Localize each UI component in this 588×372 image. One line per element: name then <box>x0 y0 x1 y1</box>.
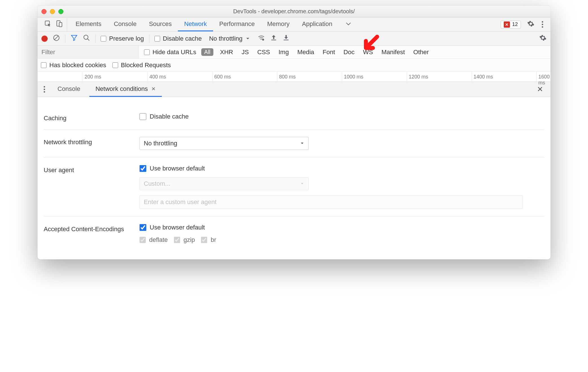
ua-use-browser-default-checkbox[interactable]: Use browser default <box>140 165 205 172</box>
row-user-agent: User agent Use browser default Custom... <box>44 157 544 216</box>
svg-rect-9 <box>284 40 289 40</box>
zoom-window-button[interactable] <box>58 9 63 14</box>
label-caching: Caching <box>44 113 140 122</box>
throttling-select[interactable]: No throttling <box>207 35 253 42</box>
filter-manifest[interactable]: Manifest <box>380 49 406 56</box>
svg-point-7 <box>262 39 264 41</box>
device-toggle-icon[interactable] <box>56 20 63 29</box>
tab-application[interactable]: Application <box>296 17 339 31</box>
tabs-overflow-icon[interactable] <box>339 17 358 31</box>
timeline-tick: 1400 ms <box>472 72 493 82</box>
error-count: 12 <box>512 21 518 27</box>
label-encodings: Accepted Content-Encodings <box>44 224 140 233</box>
error-count-badge[interactable]: ✕ 12 <box>501 21 521 29</box>
network-settings-icon[interactable] <box>539 34 547 43</box>
settings-icon[interactable] <box>527 20 534 29</box>
close-tab-icon[interactable]: ✕ <box>151 86 156 92</box>
ua-custom-dropdown[interactable]: Custom... <box>140 177 309 190</box>
window-title: DevTools - developer.chrome.com/tags/dev… <box>233 8 355 15</box>
timeline-tick: 800 ms <box>277 72 296 82</box>
clear-icon[interactable] <box>53 34 60 43</box>
filter-input[interactable] <box>37 46 139 58</box>
titlebar: DevTools - developer.chrome.com/tags/dev… <box>37 6 551 17</box>
hide-data-urls-checkbox[interactable]: Hide data URLs <box>144 49 196 56</box>
filter-media[interactable]: Media <box>296 49 316 56</box>
timeline-tick: 600 ms <box>212 72 231 82</box>
row-caching: Caching Disable cache <box>44 106 544 129</box>
blocked-cookies-checkbox[interactable]: Has blocked cookies <box>41 62 106 69</box>
close-drawer-icon[interactable]: ✕ <box>532 85 548 94</box>
filter-js[interactable]: JS <box>240 49 251 56</box>
error-icon: ✕ <box>504 21 510 28</box>
enc-br-checkbox[interactable]: br <box>201 236 216 244</box>
svg-line-6 <box>87 39 89 41</box>
label-user-agent: User agent <box>44 165 140 174</box>
tab-elements[interactable]: Elements <box>69 17 108 31</box>
filter-img[interactable]: Img <box>277 49 291 56</box>
filter-css[interactable]: CSS <box>256 49 272 56</box>
tab-memory[interactable]: Memory <box>261 17 296 31</box>
timeline-tick: 1600 ms <box>536 72 551 82</box>
drawer-more-icon[interactable] <box>40 84 48 94</box>
filter-funnel-icon[interactable] <box>70 34 78 43</box>
tab-network[interactable]: Network <box>178 17 213 31</box>
close-window-button[interactable] <box>41 9 47 14</box>
devtools-window: DevTools - developer.chrome.com/tags/dev… <box>37 6 551 259</box>
more-menu-icon[interactable] <box>541 20 544 29</box>
network-conditions-icon[interactable] <box>258 34 265 43</box>
inspect-element-icon[interactable] <box>44 20 52 29</box>
row-encodings: Accepted Content-Encodings Use browser d… <box>44 216 544 251</box>
record-button[interactable] <box>41 36 48 42</box>
svg-line-4 <box>54 36 58 40</box>
window-controls <box>41 9 63 14</box>
tab-list: Elements Console Sources Network Perform… <box>69 17 358 31</box>
network-toolbar: Preserve log Disable cache No throttling <box>37 32 551 46</box>
export-har-icon[interactable] <box>282 34 290 43</box>
tabstrip-right: ✕ 12 <box>501 20 548 29</box>
preserve-log-checkbox[interactable]: Preserve log <box>101 35 144 42</box>
drawer-tab-network-conditions[interactable]: Network conditions ✕ <box>89 82 162 97</box>
search-icon[interactable] <box>83 34 90 43</box>
encodings-list: deflate gzip br <box>140 236 216 244</box>
enc-use-browser-default-checkbox[interactable]: Use browser default <box>140 224 205 231</box>
svg-rect-2 <box>59 23 62 27</box>
svg-point-5 <box>84 35 88 39</box>
disable-cache-checkbox[interactable]: Disable cache <box>154 35 202 42</box>
filter-row: Hide data URLs All XHR JS CSS Img Media … <box>37 46 551 59</box>
timeline-tick: 400 ms <box>147 72 166 82</box>
filter-all[interactable]: All <box>201 48 213 56</box>
import-har-icon[interactable] <box>270 34 277 43</box>
blocked-requests-checkbox[interactable]: Blocked Requests <box>112 62 171 69</box>
drawer-tab-console[interactable]: Console <box>51 82 87 97</box>
row-throttling: Network throttling No throttling <box>44 129 544 157</box>
enc-deflate-checkbox[interactable]: deflate <box>140 236 168 244</box>
timeline-tick: 1000 ms <box>342 72 363 82</box>
ua-custom-input[interactable] <box>140 195 523 209</box>
inspect-tools <box>40 17 67 31</box>
main-tabstrip: Elements Console Sources Network Perform… <box>37 17 551 32</box>
tab-sources[interactable]: Sources <box>143 17 178 31</box>
network-conditions-panel: Caching Disable cache Network throttling… <box>37 97 551 259</box>
throttling-dropdown[interactable]: No throttling <box>140 137 309 150</box>
filter-font[interactable]: Font <box>321 49 337 56</box>
filter-xhr[interactable]: XHR <box>218 49 235 56</box>
label-throttling: Network throttling <box>44 137 140 146</box>
filter-ws[interactable]: WS <box>361 49 375 56</box>
svg-rect-8 <box>271 40 276 40</box>
filter-doc[interactable]: Doc <box>342 49 356 56</box>
filter-other[interactable]: Other <box>412 49 430 56</box>
timeline-overview[interactable]: 200 ms 400 ms 600 ms 800 ms 1000 ms 1200… <box>37 72 551 82</box>
timeline-tick: 200 ms <box>83 72 101 82</box>
filter-row-extra: Has blocked cookies Blocked Requests <box>37 59 551 72</box>
tab-performance[interactable]: Performance <box>213 17 261 31</box>
drawer-tabstrip: Console Network conditions ✕ ✕ <box>37 82 551 97</box>
enc-gzip-checkbox[interactable]: gzip <box>174 236 195 244</box>
timeline-tick: 1200 ms <box>407 72 428 82</box>
minimize-window-button[interactable] <box>50 9 55 14</box>
disable-cache-checkbox[interactable]: Disable cache <box>140 113 189 120</box>
tab-console[interactable]: Console <box>108 17 143 31</box>
